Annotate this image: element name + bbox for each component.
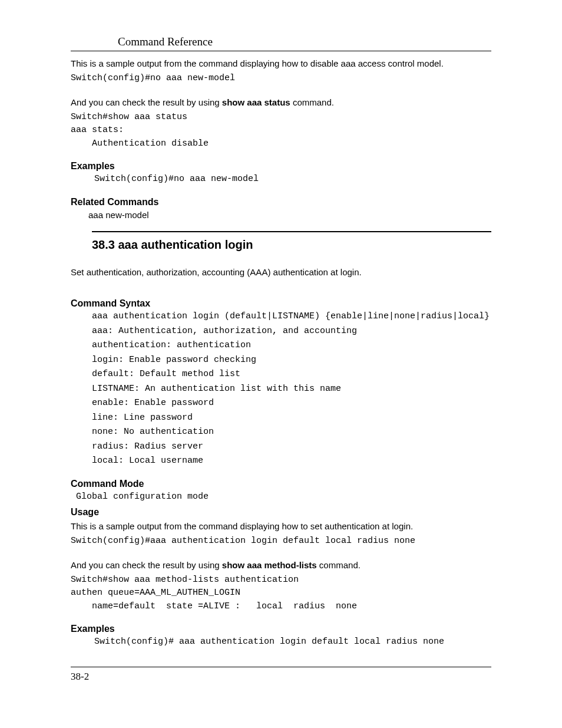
usage-code-block: Switch#show aaa method-lists authenticat… (71, 574, 491, 614)
intro-text-2-bold: show aaa status (222, 97, 290, 107)
intro-text-2b: command. (290, 97, 334, 107)
command-mode-title: Command Mode (71, 479, 491, 489)
related-item: aaa new-model (71, 209, 491, 222)
section-title: 38.3 aaa authentication login (92, 238, 491, 252)
page-number: 38-2 (71, 671, 491, 683)
syntax-def: radius: Radius server (92, 440, 491, 454)
syntax-defs: aaa: Authentication, authorization, and … (71, 325, 491, 468)
syntax-line: aaa authentication login (default|LISTNA… (71, 310, 491, 324)
usage-text-2b: command. (317, 560, 361, 570)
intro-code-1: Switch(config)#no aaa new-model (71, 72, 491, 85)
examples2-title: Examples (71, 624, 491, 634)
examples2-code: Switch(config)# aaa authentication login… (71, 635, 491, 649)
syntax-def: default: Default method list (92, 368, 491, 381)
syntax-def: LISTNAME: An authentication list with th… (92, 383, 491, 396)
footer-rule (71, 667, 491, 667)
syntax-def: authentication: authentication (92, 339, 491, 353)
examples1-title: Examples (71, 161, 491, 172)
intro-text-2a: And you can check the result by using (71, 97, 222, 107)
usage-text-2a: And you can check the result by using (71, 560, 222, 570)
usage-text-1: This is a sample output from the command… (71, 520, 491, 532)
intro-text-1: This is a sample output from the command… (71, 57, 491, 70)
syntax-def: aaa: Authentication, authorization, and … (92, 325, 491, 338)
syntax-def: line: Line password (92, 411, 491, 425)
intro-text-2: And you can check the result by using sh… (71, 96, 491, 108)
examples1-code: Switch(config)#no aaa new-model (71, 173, 491, 186)
section-desc: Set authentication, authorization, accou… (71, 266, 491, 278)
syntax-def: none: No authentication (92, 426, 491, 439)
usage-text-2: And you can check the result by using sh… (71, 559, 491, 571)
section-rule (92, 231, 491, 232)
related-commands-title: Related Commands (71, 197, 491, 207)
page-container: Command Reference This is a sample outpu… (0, 0, 562, 706)
header-rule (71, 51, 491, 51)
usage-title: Usage (71, 507, 491, 518)
usage-text-2-bold: show aaa method-lists (222, 560, 317, 570)
syntax-def: local: Local username (92, 454, 491, 468)
syntax-def: login: Enable password checking (92, 354, 491, 367)
intro-code-block: Switch#show aaa status aaa stats: Authen… (71, 111, 491, 151)
usage-code-1: Switch(config)#aaa authentication login … (71, 535, 491, 548)
syntax-def: enable: Enable password (92, 397, 491, 410)
running-header: Command Reference (71, 35, 491, 48)
command-syntax-title: Command Syntax (71, 298, 491, 309)
command-mode-text: Global configuration mode (71, 490, 491, 504)
